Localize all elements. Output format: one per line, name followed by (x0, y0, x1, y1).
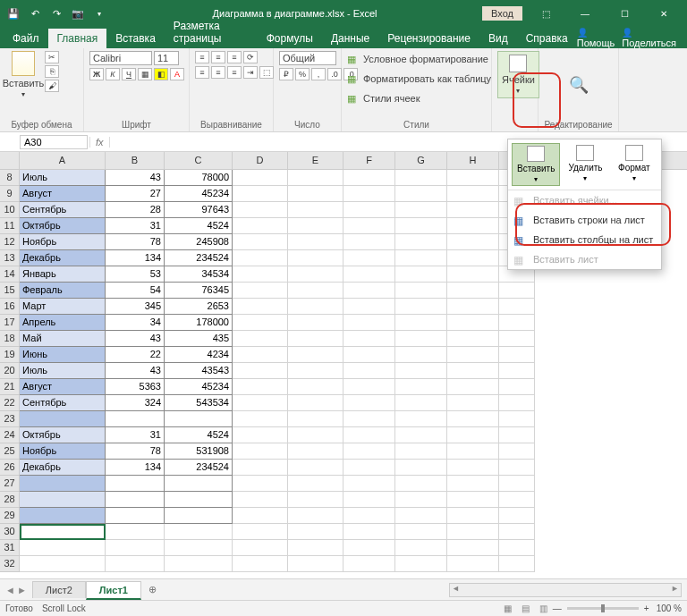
cell[interactable]: 234524 (165, 250, 233, 266)
sheet-nav-next-icon[interactable]: ► (17, 585, 27, 595)
cell[interactable] (233, 315, 288, 331)
cell[interactable] (344, 443, 395, 460)
cell[interactable] (165, 508, 233, 524)
cell[interactable] (447, 443, 499, 460)
view-pagelayout-icon[interactable]: ▤ (517, 603, 535, 613)
cell[interactable] (344, 299, 395, 315)
cell[interactable] (447, 234, 499, 250)
cell[interactable] (233, 411, 288, 427)
cell[interactable]: 97643 (165, 202, 233, 218)
cell[interactable]: 28 (106, 202, 165, 218)
cell[interactable] (233, 299, 288, 315)
name-box[interactable]: A30 (20, 135, 88, 149)
cell[interactable] (395, 476, 447, 492)
row-header[interactable]: 23 (0, 411, 20, 427)
cell[interactable] (447, 411, 499, 427)
cell[interactable]: Октябрь (20, 427, 106, 443)
cell[interactable]: Январь (20, 266, 106, 283)
cell[interactable]: 531908 (165, 443, 233, 460)
cell[interactable] (344, 363, 395, 379)
cell[interactable] (20, 508, 106, 524)
indent-icon[interactable]: ⇥ (243, 66, 258, 79)
cell[interactable] (288, 202, 344, 218)
cell[interactable] (288, 234, 344, 250)
save-icon[interactable]: 💾 (5, 5, 21, 21)
cell[interactable]: Май (20, 331, 106, 347)
row-header[interactable]: 31 (0, 540, 20, 556)
cell[interactable]: Апрель (20, 315, 106, 331)
row-header[interactable]: 12 (0, 234, 20, 250)
cell[interactable] (233, 186, 288, 202)
tab-review[interactable]: Рецензирование (378, 29, 479, 48)
cell[interactable] (233, 347, 288, 363)
share-button[interactable]: Поделиться (622, 27, 676, 48)
cell[interactable] (288, 347, 344, 363)
cell[interactable] (344, 218, 395, 234)
align-middle-icon[interactable]: ≡ (211, 51, 225, 63)
cell[interactable] (288, 186, 344, 202)
cell[interactable] (233, 218, 288, 234)
table-row[interactable]: 21Август536345234 (0, 379, 687, 395)
cell[interactable] (344, 460, 395, 476)
cell[interactable] (447, 540, 499, 556)
cell[interactable] (344, 524, 395, 540)
col-header[interactable]: D (233, 152, 288, 169)
cell[interactable] (447, 476, 499, 492)
row-header[interactable]: 27 (0, 476, 20, 492)
table-row[interactable]: 20Июль4343543 (0, 363, 687, 379)
cell[interactable]: 2653 (165, 299, 233, 315)
col-header[interactable]: E (288, 152, 344, 169)
cell[interactable] (395, 250, 447, 266)
cell[interactable]: 78 (106, 443, 165, 460)
qat-customize-icon[interactable]: ▾ (91, 5, 107, 21)
copy-icon[interactable]: ⎘ (45, 65, 59, 78)
cell[interactable] (499, 508, 535, 524)
col-header[interactable]: F (344, 152, 395, 169)
table-row[interactable]: 30 (0, 524, 687, 540)
font-size-select[interactable]: 11 (154, 51, 179, 65)
conditional-formatting-button[interactable]: Условное форматирование (347, 51, 488, 67)
table-row[interactable]: 32 (0, 556, 687, 572)
cell[interactable] (165, 556, 233, 572)
cell[interactable] (288, 331, 344, 347)
row-header[interactable]: 32 (0, 556, 20, 572)
cell[interactable] (447, 315, 499, 331)
cell[interactable] (395, 347, 447, 363)
cell[interactable] (344, 347, 395, 363)
cell[interactable]: 134 (106, 460, 165, 476)
cell[interactable] (499, 540, 535, 556)
cell[interactable] (106, 556, 165, 572)
col-header[interactable]: H (447, 152, 499, 169)
cell[interactable]: Ноябрь (20, 443, 106, 460)
cell[interactable] (395, 556, 447, 572)
tell-me[interactable]: Помощь (577, 27, 615, 48)
tab-insert[interactable]: Вставка (106, 29, 165, 48)
cell[interactable] (395, 186, 447, 202)
cell[interactable] (395, 540, 447, 556)
col-header[interactable]: G (395, 152, 447, 169)
cell[interactable] (106, 411, 165, 427)
cell[interactable] (233, 524, 288, 540)
cell[interactable] (288, 540, 344, 556)
cell[interactable] (344, 266, 395, 283)
table-row[interactable]: 24Октябрь314524 (0, 427, 687, 443)
cell[interactable]: 4524 (165, 427, 233, 443)
cell[interactable]: 78000 (165, 170, 233, 186)
cell[interactable] (344, 250, 395, 266)
select-all-corner[interactable] (0, 152, 20, 169)
tab-help[interactable]: Справка (517, 29, 577, 48)
cell[interactable]: 43543 (165, 363, 233, 379)
cell[interactable] (344, 556, 395, 572)
cell[interactable]: 45234 (165, 379, 233, 395)
cell[interactable]: Сентябрь (20, 202, 106, 218)
cell[interactable] (233, 443, 288, 460)
cell[interactable]: 43 (106, 170, 165, 186)
cell[interactable] (447, 347, 499, 363)
cell[interactable] (288, 492, 344, 508)
row-header[interactable]: 8 (0, 170, 20, 186)
new-sheet-button[interactable]: ⊕ (141, 584, 164, 595)
cell[interactable] (395, 331, 447, 347)
table-row[interactable]: 16Март3452653 (0, 299, 687, 315)
table-row[interactable]: 15Февраль5476345 (0, 283, 687, 299)
row-header[interactable]: 25 (0, 443, 20, 460)
